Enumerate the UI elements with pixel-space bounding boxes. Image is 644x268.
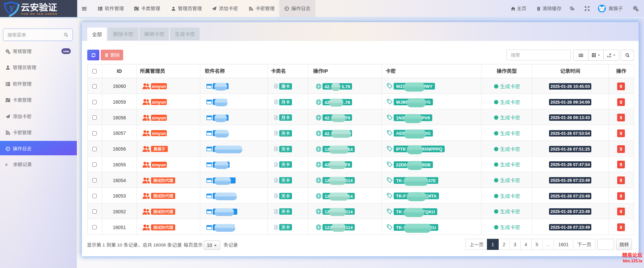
svg-text:Y: Y <box>9 4 15 14</box>
